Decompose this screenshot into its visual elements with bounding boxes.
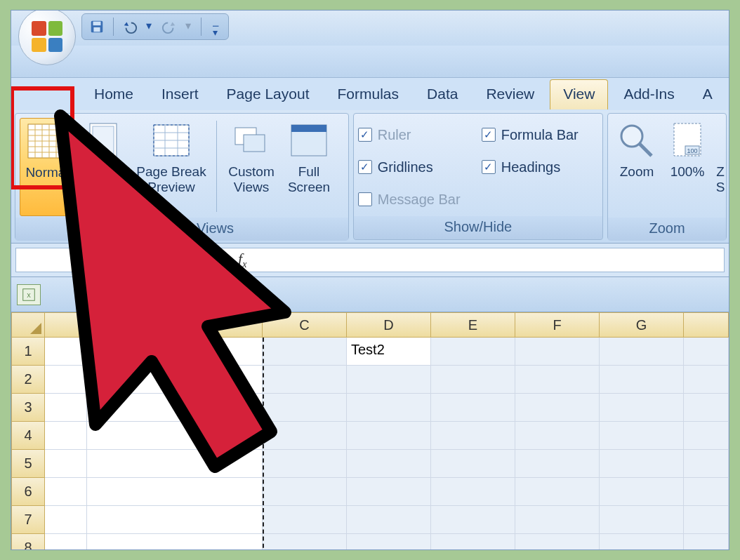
tab-home[interactable]: Home [81, 80, 146, 109]
tab-data[interactable]: Data [414, 80, 470, 109]
cell-g6[interactable] [600, 478, 684, 506]
zoom-100-button[interactable]: 100 100% [664, 118, 711, 216]
cell-b8[interactable] [87, 534, 263, 550]
cell-g5[interactable] [600, 450, 684, 478]
tab-insert[interactable]: Insert [149, 80, 211, 109]
cell-f4[interactable] [515, 422, 600, 450]
tab-formulas[interactable]: Formulas [325, 80, 412, 109]
cell-h1[interactable] [684, 338, 729, 366]
cell-e4[interactable] [431, 422, 515, 450]
cell-b1[interactable] [87, 338, 263, 366]
cell-a2[interactable] [45, 366, 87, 394]
qat-customize-icon[interactable]: ⎯▾ [210, 15, 221, 38]
formula-input[interactable]: fx [216, 248, 725, 272]
cell-b7[interactable] [87, 506, 263, 534]
undo-dropdown-icon[interactable]: ▾ [146, 19, 153, 34]
headings-checkbox[interactable]: Headings [482, 153, 579, 181]
cell-d1[interactable]: Test2 [347, 338, 431, 366]
column-header-g[interactable]: G [600, 312, 684, 338]
cell-f3[interactable] [515, 394, 600, 422]
cell-f7[interactable] [515, 506, 600, 534]
cell-h6[interactable] [684, 478, 729, 506]
cell-h2[interactable] [684, 366, 729, 394]
row-header-3[interactable]: 3 [11, 394, 45, 422]
custom-views-button[interactable]: Custom Views [223, 118, 280, 216]
select-all-corner[interactable] [11, 312, 45, 338]
cell-e1[interactable] [431, 338, 515, 366]
cell-a8[interactable] [45, 534, 87, 550]
cell-g7[interactable] [600, 506, 684, 534]
cell-a4[interactable] [45, 422, 87, 450]
row-header-8[interactable]: 8 [11, 534, 45, 550]
column-header-b[interactable] [87, 312, 263, 338]
full-screen-button[interactable]: Full Screen [283, 118, 335, 216]
cell-e2[interactable] [431, 366, 515, 394]
cell-d8[interactable] [347, 534, 431, 550]
cell-c1[interactable] [263, 338, 347, 366]
cell-e6[interactable] [431, 478, 515, 506]
column-header-extra[interactable] [684, 312, 729, 338]
save-icon[interactable] [89, 19, 105, 34]
cell-h3[interactable] [684, 394, 729, 422]
cell-h5[interactable] [684, 450, 729, 478]
tab-addins[interactable]: Add-Ins [611, 80, 687, 109]
cell-c8[interactable] [263, 534, 347, 550]
cell-d7[interactable] [347, 506, 431, 534]
normal-view-button[interactable]: Normal [20, 118, 74, 216]
row-header-6[interactable]: 6 [11, 478, 45, 506]
cell-b5[interactable] [87, 450, 263, 478]
cell-a5[interactable] [45, 450, 87, 478]
cell-e3[interactable] [431, 394, 515, 422]
fx-icon[interactable]: fx [238, 250, 246, 270]
cell-a1[interactable] [45, 338, 87, 366]
row-header-5[interactable]: 5 [11, 450, 45, 478]
spreadsheet-grid[interactable]: C D E F G 1 Test2 2 [11, 312, 729, 550]
cell-a6[interactable] [45, 478, 87, 506]
cell-c4[interactable] [263, 422, 347, 450]
column-header-e[interactable]: E [431, 312, 515, 338]
cell-g1[interactable] [600, 338, 684, 366]
gridlines-checkbox[interactable]: Gridlines [358, 153, 479, 181]
cell-c3[interactable] [263, 394, 347, 422]
cell-h7[interactable] [684, 506, 729, 534]
cell-g2[interactable] [600, 366, 684, 394]
cell-d3[interactable] [347, 394, 431, 422]
tab-page-layout[interactable]: Page Layout [214, 80, 322, 109]
column-header-d[interactable]: D [347, 312, 431, 338]
cell-d4[interactable] [347, 422, 431, 450]
cell-a7[interactable] [45, 506, 87, 534]
redo-icon[interactable] [161, 19, 177, 34]
cell-g8[interactable] [600, 534, 684, 550]
page-break-preview-button[interactable]: Page Break Preview [132, 118, 211, 216]
column-header-c[interactable]: C [263, 312, 347, 338]
cell-c7[interactable] [263, 506, 347, 534]
cell-a3[interactable] [45, 394, 87, 422]
redo-dropdown-icon[interactable]: ▾ [185, 19, 192, 34]
cell-b6[interactable] [87, 478, 263, 506]
cell-c6[interactable] [263, 478, 347, 506]
cell-b2[interactable] [87, 366, 263, 394]
office-button[interactable] [18, 10, 76, 65]
page-layout-button[interactable]: Page Layout [77, 118, 129, 216]
row-header-4[interactable]: 4 [11, 422, 45, 450]
cell-d2[interactable] [347, 366, 431, 394]
name-box[interactable]: ▼ [15, 248, 212, 272]
name-box-dropdown-icon[interactable]: ▼ [196, 255, 206, 266]
cell-f5[interactable] [515, 450, 600, 478]
cell-f6[interactable] [515, 478, 600, 506]
cell-d5[interactable] [347, 450, 431, 478]
cell-f1[interactable] [515, 338, 600, 366]
tab-partial[interactable]: A [690, 80, 725, 109]
cell-f2[interactable] [515, 366, 600, 394]
formula-bar-checkbox[interactable]: Formula Bar [482, 121, 579, 149]
cell-f8[interactable] [515, 534, 600, 550]
zoom-button[interactable]: Zoom [612, 118, 661, 216]
column-header-f[interactable]: F [515, 312, 600, 338]
cell-c2[interactable] [263, 366, 347, 394]
undo-icon[interactable] [122, 19, 138, 34]
cell-d6[interactable] [347, 478, 431, 506]
row-header-7[interactable]: 7 [11, 506, 45, 534]
cell-g3[interactable] [600, 394, 684, 422]
column-header-a[interactable] [45, 312, 87, 338]
cell-e5[interactable] [431, 450, 515, 478]
